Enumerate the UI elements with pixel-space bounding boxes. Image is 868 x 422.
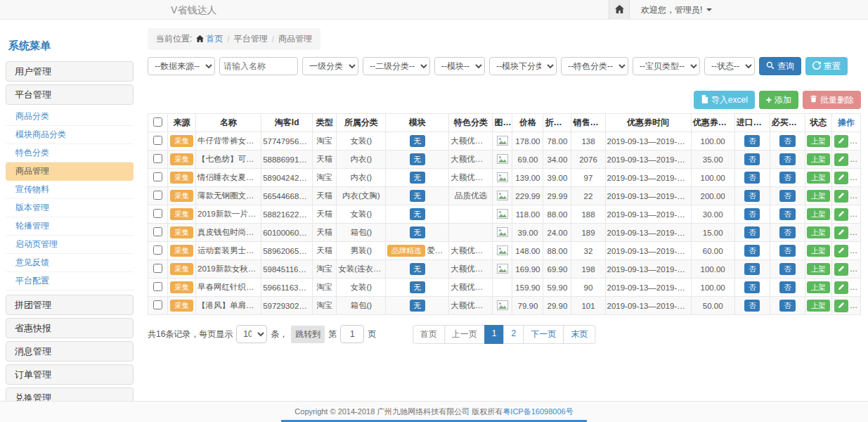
import-select-badge[interactable]: 否 bbox=[744, 135, 760, 147]
row-actions bbox=[831, 187, 860, 205]
sidebar-item-platform[interactable]: 平台管理 bbox=[6, 84, 134, 105]
feature-filter-select[interactable]: --特色分类-- bbox=[561, 57, 628, 75]
reset-button[interactable]: 重置 bbox=[805, 57, 848, 75]
pager-item[interactable]: 末页 bbox=[563, 325, 595, 344]
edit-button[interactable] bbox=[834, 208, 848, 221]
breadcrumb-home-link[interactable]: 首页 bbox=[196, 33, 223, 45]
pager-item[interactable]: 上一页 bbox=[444, 325, 485, 344]
status-badge[interactable]: 上架 bbox=[807, 281, 830, 293]
must-buy-badge[interactable]: 否 bbox=[779, 300, 796, 312]
must-buy-badge[interactable]: 否 bbox=[779, 208, 796, 220]
pager-item[interactable]: 下一页 bbox=[523, 325, 564, 344]
module-filter-select[interactable]: --模块-- bbox=[434, 57, 485, 75]
source-filter-select[interactable]: --数据来源-- bbox=[148, 57, 215, 75]
jump-button[interactable]: 跳转到 bbox=[291, 326, 325, 343]
module-cell: 品牌精选爱上运动 bbox=[386, 242, 449, 260]
sidebar-item-order[interactable]: 订单管理 bbox=[6, 364, 134, 385]
select-all-checkbox[interactable] bbox=[153, 117, 162, 127]
must-buy-badge[interactable]: 否 bbox=[779, 153, 796, 165]
sidebar-subitem-goods-category[interactable]: 商品分类 bbox=[6, 108, 134, 126]
row-checkbox[interactable] bbox=[153, 300, 162, 309]
jump-page-input[interactable] bbox=[340, 325, 364, 343]
status-badge[interactable]: 上架 bbox=[807, 245, 830, 257]
sidebar-subitem-module-goods-category[interactable]: 模块商品分类 bbox=[6, 126, 134, 144]
sidebar-item-user[interactable]: 用户管理 bbox=[6, 61, 134, 82]
icp-link[interactable]: 粤ICP备16098006号 bbox=[503, 407, 573, 416]
home-button[interactable] bbox=[609, 0, 630, 20]
pager-item[interactable]: 2 bbox=[504, 325, 524, 344]
sidebar-subitem-feature-category[interactable]: 特色分类 bbox=[6, 144, 134, 162]
edit-button[interactable] bbox=[834, 281, 848, 294]
name-filter-input[interactable] bbox=[219, 57, 298, 75]
edit-button[interactable] bbox=[834, 153, 848, 166]
import-select-badge[interactable]: 否 bbox=[744, 226, 760, 238]
row-checkbox[interactable] bbox=[153, 264, 162, 273]
edit-button[interactable] bbox=[834, 263, 848, 276]
sidebar-subitem-version-manage[interactable]: 版本管理 bbox=[6, 199, 134, 217]
per-page-select[interactable]: 10 bbox=[236, 325, 267, 343]
must-buy-badge[interactable]: 否 bbox=[779, 135, 796, 147]
import-select-badge[interactable]: 否 bbox=[744, 245, 760, 257]
import-select-badge[interactable]: 否 bbox=[744, 281, 760, 293]
edit-button[interactable] bbox=[834, 135, 848, 148]
status-badge[interactable]: 上架 bbox=[807, 263, 830, 275]
edit-button[interactable] bbox=[834, 300, 848, 312]
sidebar-subitem-feedback[interactable]: 意见反馈 bbox=[6, 254, 134, 272]
status-badge[interactable]: 上架 bbox=[807, 208, 830, 220]
import-select-badge[interactable]: 否 bbox=[744, 153, 760, 165]
row-checkbox[interactable] bbox=[153, 227, 162, 236]
sidebar-subitem-platform-config[interactable]: 平台配置 bbox=[6, 272, 134, 290]
row-checkbox[interactable] bbox=[153, 245, 162, 255]
status-badge[interactable]: 上架 bbox=[807, 135, 830, 147]
must-buy-badge[interactable]: 否 bbox=[779, 172, 796, 184]
must-buy-badge[interactable]: 否 bbox=[779, 281, 796, 293]
row-checkbox[interactable] bbox=[153, 154, 162, 163]
discount-price: 24.00 bbox=[543, 224, 571, 242]
item-type-filter-select[interactable]: --宝贝类型-- bbox=[633, 57, 700, 75]
import-select-badge[interactable]: 否 bbox=[744, 190, 760, 202]
sidebar-subitem-splash-manage[interactable]: 启动页管理 bbox=[6, 236, 134, 254]
row-checkbox[interactable] bbox=[153, 209, 162, 218]
row-checkbox[interactable] bbox=[153, 172, 162, 181]
row-checkbox[interactable] bbox=[153, 282, 162, 291]
category1-filter-select[interactable]: 一级分类 bbox=[302, 57, 358, 75]
status-badge[interactable]: 上架 bbox=[807, 190, 830, 202]
status-badge[interactable]: 上架 bbox=[807, 226, 830, 238]
sidebar-item-message[interactable]: 消息管理 bbox=[6, 341, 134, 362]
feature-category: 大额优惠券 bbox=[449, 242, 493, 260]
import-select-badge[interactable]: 否 bbox=[744, 300, 760, 312]
sidebar-subitem-carousel-manage[interactable]: 轮播管理 bbox=[6, 217, 134, 236]
sidebar-item-express[interactable]: 省惠快报 bbox=[6, 318, 134, 338]
sidebar-subitem-goods-manage[interactable]: 商品管理 bbox=[6, 162, 134, 181]
row-checkbox[interactable] bbox=[153, 136, 162, 145]
sidebar-subitem-promo-material[interactable]: 宣传物料 bbox=[6, 181, 134, 199]
row-checkbox[interactable] bbox=[153, 191, 162, 200]
must-buy-badge[interactable]: 否 bbox=[779, 245, 796, 257]
import-excel-button[interactable]: 导入excel bbox=[694, 91, 755, 109]
batch-delete-button[interactable]: 批量删除 bbox=[803, 91, 861, 109]
import-select-badge[interactable]: 否 bbox=[744, 263, 760, 275]
pager-item[interactable]: 首页 bbox=[413, 325, 445, 344]
category2-filter-select[interactable]: --二级分类-- bbox=[363, 57, 430, 75]
query-button[interactable]: 查询 bbox=[759, 57, 801, 75]
pager-item[interactable]: 1 bbox=[484, 325, 505, 344]
product-type: 淘宝 bbox=[313, 132, 337, 151]
import-select-badge[interactable]: 否 bbox=[744, 208, 760, 220]
sidebar-item-groupbuy[interactable]: 拼团管理 bbox=[6, 295, 134, 315]
add-button[interactable]: + 添加 bbox=[759, 91, 798, 109]
status-badge[interactable]: 上架 bbox=[807, 300, 830, 312]
user-menu[interactable]: 欢迎您，管理员! bbox=[630, 0, 723, 20]
status-badge[interactable]: 上架 bbox=[807, 172, 830, 184]
edit-button[interactable] bbox=[834, 190, 848, 203]
edit-button[interactable] bbox=[834, 172, 848, 184]
status-filter-select[interactable]: --状态-- bbox=[704, 57, 755, 75]
must-buy-badge[interactable]: 否 bbox=[779, 263, 796, 275]
import-select-badge[interactable]: 否 bbox=[744, 172, 760, 184]
edit-button[interactable] bbox=[834, 245, 848, 257]
module-sub-filter-select[interactable]: --模块下分类-- bbox=[489, 57, 557, 75]
edit-button[interactable] bbox=[834, 226, 848, 239]
must-buy-badge[interactable]: 否 bbox=[779, 190, 796, 202]
must-buy-badge[interactable]: 否 bbox=[779, 226, 796, 238]
product-category: 男装() bbox=[337, 242, 386, 260]
status-badge[interactable]: 上架 bbox=[807, 153, 830, 165]
